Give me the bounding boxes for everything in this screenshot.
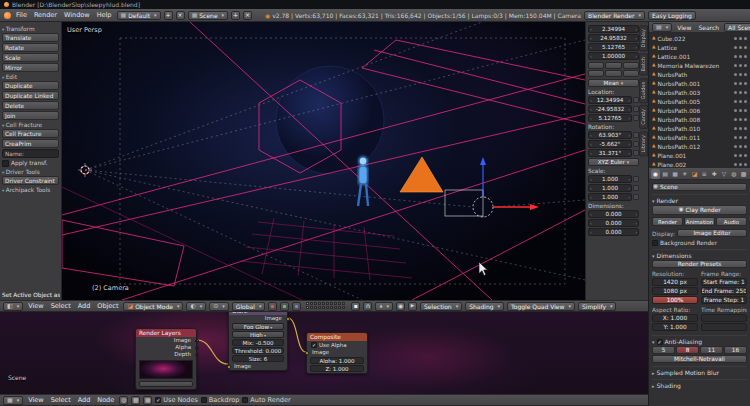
aa-sample-button[interactable]: 5 — [652, 346, 675, 354]
tool-shelf-row[interactable]: Transform — [2, 26, 59, 32]
number-field[interactable]: ‹1.00000› — [588, 52, 639, 60]
tab-material-icon[interactable] — [729, 169, 738, 179]
outliner-item[interactable]: Plane.001 — [649, 151, 750, 160]
menu-item[interactable]: Add — [76, 396, 93, 404]
visibility-icons[interactable] — [734, 127, 747, 130]
add-scene-button[interactable] — [231, 11, 240, 20]
visibility-icons[interactable] — [734, 82, 747, 85]
tab-world-icon[interactable] — [680, 169, 689, 179]
visibility-icons[interactable] — [734, 163, 747, 166]
batch-button[interactable] — [605, 62, 621, 69]
scene-selector[interactable] — [139, 381, 193, 387]
anti-aliasing-panel-header[interactable]: Anti-Aliasing — [652, 335, 747, 345]
render-button[interactable] — [396, 302, 405, 311]
tool-shelf-row[interactable]: Duplicate Linked — [2, 91, 59, 100]
sphere-object[interactable] — [276, 66, 384, 174]
translate-manipulator-toggle[interactable] — [268, 302, 277, 311]
size-field[interactable]: Size: 6 — [232, 355, 284, 362]
menu-item[interactable]: Render — [32, 11, 59, 19]
aa-sample-button[interactable]: 16 — [724, 346, 747, 354]
image-input-socket[interactable] — [227, 365, 231, 369]
outliner-item[interactable]: NurbsPath.003 — [649, 88, 750, 97]
tab-scene-icon[interactable] — [671, 169, 680, 179]
visibility-icons[interactable] — [734, 37, 747, 40]
tab-object-icon[interactable] — [690, 169, 699, 179]
tool-shelf-row[interactable]: Driver Tools — [2, 169, 59, 175]
outliner-item[interactable]: Cube.022 — [649, 34, 750, 43]
compositing-nodes-icon[interactable] — [131, 396, 140, 405]
use-nodes-checkbox[interactable] — [155, 397, 161, 403]
menu-item[interactable]: Help — [95, 11, 114, 19]
render-presets-dropdown[interactable]: Render Presets — [652, 260, 747, 268]
layers-widget[interactable] — [306, 302, 346, 310]
tool-shelf-row[interactable]: Join — [2, 111, 59, 120]
aspect-x-field[interactable]: X: 1.000 — [652, 314, 698, 322]
time-remap-old-field[interactable] — [701, 314, 747, 322]
tool-shelf-row[interactable]: Edit — [2, 74, 59, 80]
rotation-mode-dropdown[interactable]: XYZ Euler — [588, 158, 639, 166]
lock-icon[interactable] — [633, 185, 639, 191]
dimensions-panel-header[interactable]: Dimensions — [652, 249, 747, 259]
dimension-field[interactable]: ‹0.000› — [588, 219, 639, 227]
mean-dropdown[interactable]: Mean — [588, 79, 639, 87]
tool-shelf-row[interactable]: Translate — [2, 33, 59, 42]
snap-magnet-icon[interactable] — [363, 302, 372, 311]
scale-field[interactable]: ‹1.000› — [588, 184, 632, 192]
menu-item[interactable]: Select — [49, 302, 73, 310]
glare-quality-dropdown[interactable]: High — [232, 331, 284, 338]
render-panel-header[interactable]: Render — [652, 194, 747, 204]
n-panel-tab[interactable]: Library — [639, 131, 648, 156]
add-layout-button[interactable] — [164, 11, 173, 20]
n-panel-tab[interactable]: Candy — [639, 105, 648, 129]
pivot-dropdown[interactable] — [209, 302, 229, 311]
viewport-3d[interactable]: User Persp (2) Camera — [62, 22, 585, 300]
batch-button[interactable] — [605, 70, 621, 77]
blender-logo-icon[interactable] — [4, 12, 11, 19]
outliner-item[interactable]: NurbsPath.005 — [649, 97, 750, 106]
menu-item[interactable]: Search — [696, 24, 721, 31]
menu-item[interactable]: View — [26, 396, 45, 404]
outliner-item[interactable]: Lattice.001 — [649, 52, 750, 61]
outliner-item[interactable]: Lattice — [649, 43, 750, 52]
texture-nodes-icon[interactable] — [143, 396, 152, 405]
outliner-item[interactable]: NurbsPath.011 — [649, 133, 750, 142]
rotation-field[interactable]: ‹-5.662°› — [588, 140, 632, 148]
tool-shelf-row[interactable]: Rotate — [2, 43, 59, 52]
resolution-x-field[interactable]: 1420 px — [652, 278, 698, 286]
mode-dropdown[interactable]: Object Mode — [123, 302, 183, 311]
display-dropdown[interactable]: Image Editor — [677, 229, 747, 237]
rotation-field[interactable]: ‹63.903°› — [588, 131, 632, 139]
n-panel-tab[interactable]: Display — [639, 25, 648, 51]
batch-button[interactable] — [623, 62, 639, 69]
aa-sample-button[interactable]: 8 — [676, 346, 699, 354]
alpha-field[interactable]: Alpha: 1.000 — [310, 357, 364, 364]
shading-dropdown[interactable] — [186, 302, 206, 311]
z-field[interactable]: Z: 1.000 — [310, 365, 364, 372]
animation-button[interactable]: Animation — [684, 217, 715, 226]
outliner-item[interactable]: NurbsPath — [649, 70, 750, 79]
mix-field[interactable]: Mix: -0.500 — [232, 339, 284, 346]
resolution-y-field[interactable]: 1080 px — [652, 287, 698, 295]
triangle-object[interactable] — [400, 157, 443, 192]
menu-item[interactable]: Select — [49, 396, 73, 404]
editor-type-dropdown[interactable] — [652, 23, 672, 32]
glare-node[interactable]: Glare Image Fog Glow High Mix: -0.500 Th… — [228, 312, 288, 371]
image-output-socket[interactable] — [286, 317, 290, 321]
tool-shelf-row[interactable]: Name: — [2, 149, 59, 158]
visibility-icons[interactable] — [734, 55, 747, 58]
resolution-percent-slider[interactable]: 100% — [652, 296, 698, 304]
outliner-item[interactable]: NurbsPath.001 — [649, 79, 750, 88]
node-title[interactable]: Render Layers — [136, 329, 196, 337]
audio-button[interactable]: Audio — [716, 217, 747, 226]
tool-shelf-row[interactable]: CreaPrim — [2, 139, 59, 148]
menu-item[interactable]: Add — [76, 302, 93, 310]
tool-shelf-row[interactable]: Duplicate — [2, 81, 59, 90]
tool-shelf-row[interactable]: Archipack Tools — [2, 187, 59, 193]
easy-logging-button[interactable]: Easy Logging — [648, 11, 696, 20]
aa-sample-button[interactable]: 11 — [700, 346, 723, 354]
camera-object[interactable] — [445, 190, 483, 217]
menu-item[interactable]: View — [675, 24, 693, 31]
node-title[interactable]: Composite — [307, 333, 367, 341]
tab-render-icon[interactable] — [651, 169, 660, 179]
lock-icon[interactable] — [633, 194, 639, 200]
